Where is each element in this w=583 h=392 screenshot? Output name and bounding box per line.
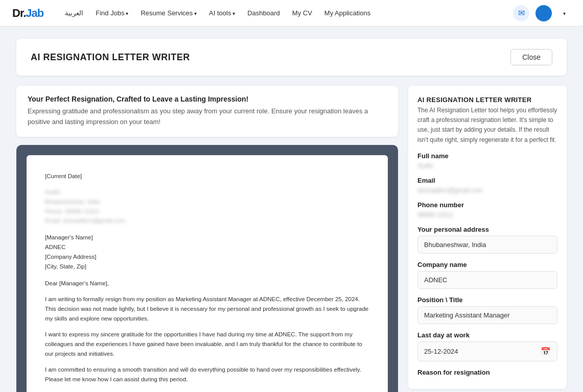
letter-sender-phone: Phone: 99999 12311 (45, 207, 369, 216)
nav-links: العربية Find Jobs Resume Services AI too… (60, 6, 513, 20)
nav-resume-services[interactable]: Resume Services (135, 6, 202, 20)
position-label: Position \ Title (417, 296, 557, 304)
address-label: Your personal address (417, 226, 557, 233)
content-row: Your Perfect Resignation, Crafted to Lea… (16, 86, 567, 392)
mail-icon-button[interactable]: ✉ (513, 5, 529, 21)
nav-arabic[interactable]: العربية (60, 6, 88, 20)
letter-sender-name: Sudhi (45, 187, 369, 197)
company-field-group: Company name ADNEC (417, 261, 557, 289)
letter-paragraph1: I am writing to formally resign from my … (45, 295, 369, 324)
letter-wrapper: [Current Date] Sudhi Bhubaneshwar, India… (16, 145, 398, 392)
company-label: Company name (417, 261, 557, 268)
page-header-card: AI RESIGNATION LETTER WRITER Close (16, 39, 567, 76)
phone-label: Phone number (417, 201, 557, 209)
sidebar-title: AI RESIGNATION LETTER WRITER (417, 96, 557, 104)
last-day-field-group: Last day at work 25-12-2024 📅 (417, 331, 557, 361)
calendar-icon: 📅 (541, 347, 551, 356)
letter-address-block: Sudhi Bhubaneshwar, India Phone: 99999 1… (45, 187, 369, 226)
logo[interactable]: Dr.Jab (12, 7, 43, 20)
phone-field-group: Phone number 99999 12311 (417, 201, 557, 218)
intro-section: Your Perfect Resignation, Crafted to Lea… (16, 86, 398, 137)
letter-company-address: [Company Address] (45, 252, 369, 262)
letter-paragraph2: I want to express my sincere gratitude f… (45, 330, 369, 359)
phone-value: 99999 12311 (417, 211, 557, 218)
last-day-label: Last day at work (417, 331, 557, 339)
letter-company: ADNEC (45, 242, 369, 252)
fullname-label: Full name (417, 152, 557, 160)
nav-my-cv[interactable]: My CV (287, 6, 317, 20)
right-panel: AI RESIGNATION LETTER WRITER The AI Resi… (408, 86, 567, 389)
nav-ai-tools[interactable]: AI tools (204, 6, 240, 20)
email-value: annuadler1@gmail.com (417, 187, 557, 194)
company-input[interactable]: ADNEC (417, 271, 557, 289)
letter-paragraph3: I am committed to ensuring a smooth tran… (45, 365, 369, 384)
address-input[interactable]: Bhubaneshwar, India (417, 236, 557, 254)
address-field-group: Your personal address Bhubaneshwar, Indi… (417, 226, 557, 254)
letter-date: [Current Date] (45, 172, 369, 181)
nav-find-jobs[interactable]: Find Jobs (90, 6, 133, 20)
letter-manager-block: [Manager's Name] ADNEC [Company Address]… (45, 233, 369, 272)
close-button[interactable]: Close (510, 49, 552, 65)
nav-dashboard[interactable]: Dashboard (242, 6, 285, 20)
letter-city-state-zip: [City, State, Zip] (45, 262, 369, 272)
letter-manager-name: [Manager's Name] (45, 233, 369, 242)
navbar: Dr.Jab العربية Find Jobs Resume Services… (0, 0, 583, 27)
reason-label: Reason for resignation (417, 369, 557, 376)
user-avatar[interactable]: 👤 (535, 5, 552, 21)
left-panel: Your Perfect Resignation, Crafted to Lea… (16, 86, 398, 392)
letter-salutation: Dear [Manager's Name], (45, 279, 369, 288)
user-menu[interactable] (558, 7, 571, 20)
intro-headline: Your Perfect Resignation, Crafted to Lea… (28, 95, 387, 103)
letter-preview: [Current Date] Sudhi Bhubaneshwar, India… (27, 155, 388, 392)
position-field-group: Position \ Title Marketing Assistant Man… (417, 296, 557, 324)
position-input[interactable]: Marketing Assistant Manager (417, 306, 557, 324)
intro-body: Expressing gratitude and professionalism… (28, 106, 387, 128)
nav-my-applications[interactable]: My Applications (319, 6, 376, 20)
main-wrapper: AI RESIGNATION LETTER WRITER Close Your … (0, 27, 583, 392)
sidebar-description: The AI Resignation Letter tool helps you… (417, 106, 557, 145)
fullname-field-group: Full name Sudhi (417, 152, 557, 169)
letter-sender-address1: Bhubaneshwar, India (45, 197, 369, 207)
email-field-group: Email annuadler1@gmail.com (417, 177, 557, 194)
reason-field-group: Reason for resignation (417, 369, 557, 379)
last-day-input[interactable]: 25-12-2024 📅 (417, 341, 557, 361)
letter-sender-email: Email: annuadler1@gmail.com (45, 216, 369, 226)
page-title: AI RESIGNATION LETTER WRITER (31, 52, 190, 63)
logo-text: Jab (26, 7, 43, 19)
email-label: Email (417, 177, 557, 184)
fullname-value: Sudhi (417, 162, 557, 169)
nav-right: ✉ 👤 (513, 5, 571, 21)
